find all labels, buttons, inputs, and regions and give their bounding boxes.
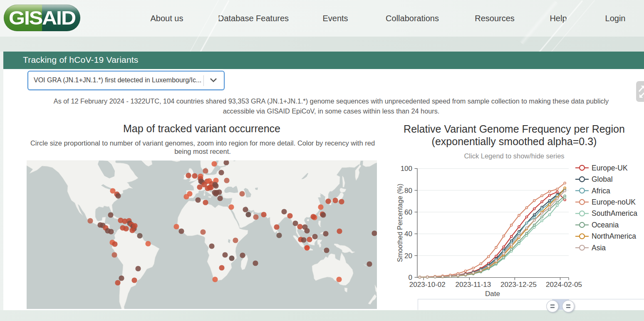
svg-text:Date: Date: [485, 290, 500, 298]
svg-text:Africa: Africa: [592, 187, 610, 195]
svg-text:Asia: Asia: [592, 244, 606, 252]
svg-text:Europe-UK: Europe-UK: [592, 164, 628, 172]
svg-text:80: 80: [404, 187, 412, 195]
svg-text:2023-12-25: 2023-12-25: [500, 281, 537, 289]
svg-text:Oceania: Oceania: [592, 221, 619, 229]
svg-text:20: 20: [404, 252, 412, 260]
svg-text:2023-10-02: 2023-10-02: [409, 281, 446, 289]
svg-text:60: 60: [404, 208, 412, 216]
svg-text:40: 40: [404, 230, 412, 238]
svg-text:Global: Global: [592, 175, 613, 183]
svg-text:SouthAmerica: SouthAmerica: [592, 209, 637, 217]
svg-text:2024-02-05: 2024-02-05: [546, 281, 582, 289]
svg-text:GISAID: GISAID: [9, 7, 75, 29]
svg-text:2023-11-13: 2023-11-13: [456, 281, 491, 289]
svg-text:Europe-noUK: Europe-noUK: [592, 198, 636, 206]
svg-text:100: 100: [401, 165, 412, 173]
svg-text:NorthAmerica: NorthAmerica: [592, 232, 636, 240]
svg-text:Smoothed Percentage (%): Smoothed Percentage (%): [396, 184, 404, 262]
